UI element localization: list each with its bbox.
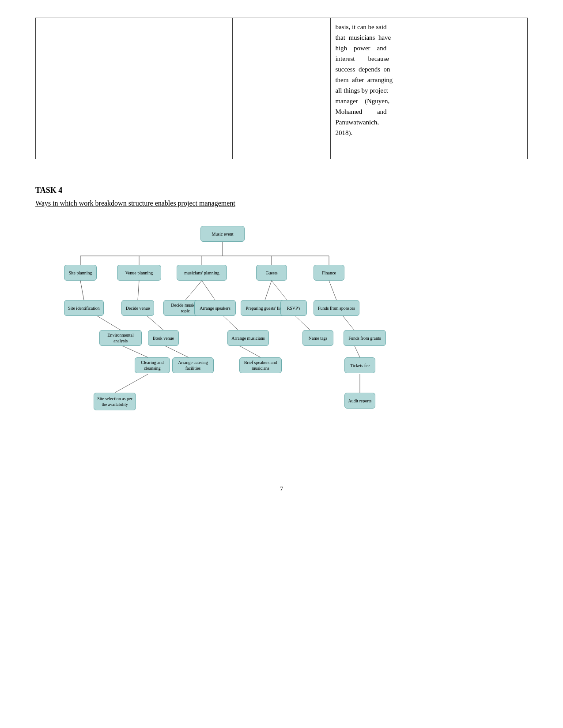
- wbs-diagram: Music event Site planning Venue planning…: [35, 221, 528, 468]
- svg-line-11: [265, 281, 272, 300]
- top-table: basis, it can be said that musicians hav…: [35, 18, 528, 159]
- cell-3: [232, 18, 331, 159]
- wbs-node-l1-3: musicians' planning: [177, 265, 227, 281]
- table-row: basis, it can be said that musicians hav…: [36, 18, 528, 159]
- task4-section: TASK 4 Ways in which work breakdown stru…: [35, 186, 528, 468]
- task4-subtitle: Ways in which work breakdown structure e…: [35, 199, 528, 207]
- cell-5: [429, 18, 528, 159]
- wbs-node-l1-5: Finance: [314, 265, 344, 281]
- wbs-node-l1-4: Guests: [256, 265, 287, 281]
- svg-line-19: [121, 345, 148, 357]
- wbs-node-l3-1: Environmental analysis: [99, 330, 142, 346]
- wbs-node-l2-6: RSVP's: [280, 300, 307, 316]
- wbs-node-l2-1: Site identification: [64, 300, 104, 316]
- svg-line-10: [202, 281, 215, 300]
- wbs-node-l2-2: Decide venue: [121, 300, 154, 316]
- wbs-node-l4-1: Clearing and cleansing: [135, 357, 170, 373]
- cell-2: [134, 18, 232, 159]
- svg-line-20: [163, 345, 189, 357]
- page-number: 7: [35, 485, 528, 493]
- wbs-node-l3-3: Arrange musicians: [227, 330, 269, 346]
- cell-4: basis, it can be said that musicians hav…: [331, 18, 429, 159]
- wbs-node-l4-4: Tickets fee: [344, 357, 375, 373]
- svg-line-23: [115, 374, 148, 393]
- wbs-node-l1-1: Site planning: [64, 265, 97, 281]
- wbs-node-l3-5: Funds from grants: [344, 330, 386, 346]
- svg-line-21: [238, 345, 261, 357]
- wbs-node-l2-4: Arrange speakers: [194, 300, 236, 316]
- wbs-node-l5-1: Site selection as per the availability: [94, 393, 136, 410]
- svg-line-7: [80, 281, 84, 300]
- wbs-node-l1-2: Venue planning: [117, 265, 161, 281]
- wbs-node-l3-2: Book venue: [148, 330, 179, 346]
- svg-line-22: [354, 345, 360, 357]
- svg-line-9: [185, 281, 202, 300]
- wbs-node-l3-4: Name tags: [302, 330, 333, 346]
- wbs-node-l2-7: Funds from sponsors: [314, 300, 359, 316]
- svg-line-8: [138, 281, 139, 300]
- wbs-node-l4-3: Brief speakers and musicians: [239, 357, 282, 373]
- wbs-node-root: Music event: [200, 226, 245, 242]
- wbs-node-l5-2: Audit reports: [344, 393, 375, 409]
- task4-title: TASK 4: [35, 186, 528, 195]
- svg-line-12: [272, 281, 287, 300]
- svg-line-13: [329, 281, 336, 300]
- wbs-node-l4-2: Arrange catering facilities: [172, 357, 214, 373]
- page: basis, it can be said that musicians hav…: [0, 0, 563, 728]
- cell-1: [36, 18, 134, 159]
